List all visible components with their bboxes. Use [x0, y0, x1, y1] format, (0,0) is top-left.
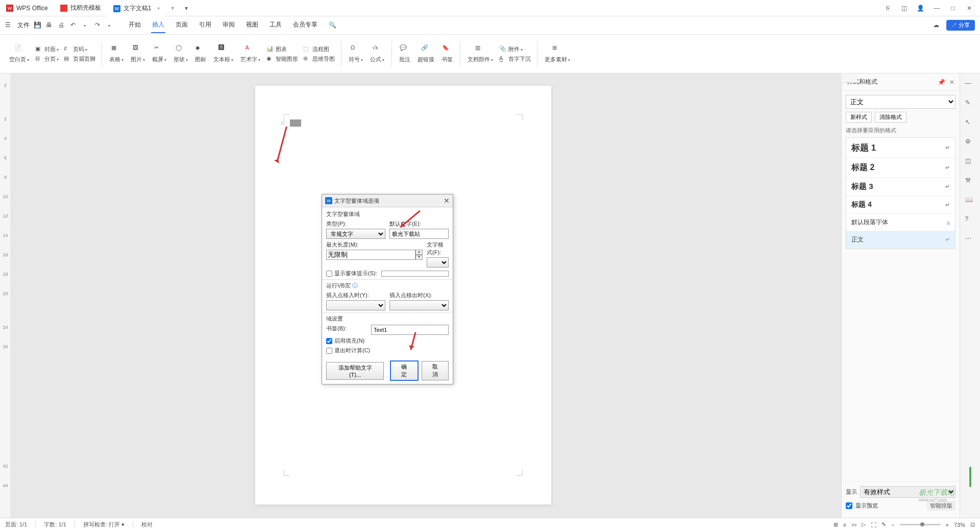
tab-add-button[interactable]: + [166, 5, 180, 12]
tab-close-icon[interactable]: • [157, 5, 159, 12]
icon-button[interactable]: ◆图标 [192, 43, 209, 64]
print-icon[interactable]: 🖶 [46, 21, 54, 30]
menu-tab-0[interactable]: 开始 [128, 17, 142, 33]
header-footer-button[interactable]: ▤页眉页脚 [62, 55, 97, 63]
layers-icon[interactable]: ◫ [965, 157, 975, 167]
chart-button[interactable]: 📊图表 [264, 45, 300, 54]
page-status[interactable]: 页面: 1/1 [5, 521, 27, 528]
tab-menu-button[interactable]: ▾ [180, 5, 193, 12]
dialog-close-button[interactable]: ✕ [444, 197, 450, 205]
ok-button[interactable]: 确定 [390, 360, 418, 381]
tab-document[interactable]: W 文字文稿1 • [107, 0, 166, 16]
view-read-icon[interactable]: ▷ [862, 521, 866, 528]
cover-button[interactable]: ▣封面 [33, 45, 61, 54]
fit-icon[interactable]: ⊡ [970, 521, 975, 528]
flowchart-button[interactable]: ⬚流程图 [301, 45, 337, 54]
equation-button[interactable]: √x公式 [367, 43, 387, 64]
bookmark-button[interactable]: 🔖书签 [438, 43, 456, 64]
default-text-input[interactable] [389, 229, 449, 239]
document-area[interactable]: ⁝⁝ W 文字型窗体域选项 ✕ 文字型窗体域 类型(P): 常规文字 默认文字 [11, 74, 841, 518]
help-text-button[interactable]: 添加帮助文字(T)... [326, 362, 384, 380]
attachment-button[interactable]: 📎附件 [497, 45, 533, 54]
redo-icon[interactable]: ↷ [95, 21, 103, 30]
minimize-button[interactable]: — [932, 4, 941, 13]
cube-icon[interactable]: ◫ [899, 4, 909, 13]
tab-template[interactable]: 找稻壳模板 [54, 0, 107, 16]
view-outline-icon[interactable]: ≡ [843, 522, 846, 528]
symbol-button[interactable]: Ω符号 [346, 43, 366, 64]
view-web-icon[interactable]: ▭ [851, 521, 856, 528]
clear-format-button[interactable]: 清除格式 [875, 112, 906, 123]
zoom-in-button[interactable]: + [946, 522, 949, 528]
menu-tab-2[interactable]: 页面 [175, 17, 189, 33]
cancel-button[interactable]: 取消 [422, 361, 449, 380]
search-icon[interactable]: 🔍 [329, 21, 337, 30]
reading-mode-icon[interactable]: ⎘ [883, 4, 892, 13]
more-icon[interactable]: ⋯ [965, 235, 975, 245]
style-item[interactable]: 标题 1↵ [846, 138, 955, 158]
tab-wps[interactable]: W WPS Office [0, 0, 54, 16]
book-icon[interactable]: 📖 [965, 196, 975, 206]
bookmark-input[interactable] [371, 325, 449, 335]
maxlen-spinner[interactable]: ▲▼ [326, 250, 423, 260]
file-menu[interactable]: 文件 [17, 21, 30, 30]
menu-tab-6[interactable]: 工具 [268, 17, 283, 33]
entry-macro-select[interactable] [326, 300, 385, 310]
menu-tab-4[interactable]: 审阅 [222, 17, 236, 33]
spinner-down[interactable]: ▼ [415, 255, 423, 260]
panel-close-icon[interactable]: ✕ [949, 79, 954, 86]
current-style-select[interactable]: 正文 [846, 95, 955, 109]
picture-button[interactable]: 🖼图片 [128, 43, 148, 64]
screenshot-button[interactable]: ✂截屏 [149, 43, 169, 64]
menu-tab-1[interactable]: 插入 [151, 17, 165, 33]
close-button[interactable]: ✕ [965, 4, 974, 13]
select-icon[interactable]: ↖ [965, 118, 975, 129]
help-icon[interactable]: ? [965, 215, 975, 226]
menu-tab-5[interactable]: 视图 [245, 17, 259, 33]
mindmap-button[interactable]: ⊛思维导图 [301, 55, 337, 63]
word-count[interactable]: 字数: 1/1 [44, 521, 66, 528]
type-select[interactable]: 常规文字 [326, 229, 385, 239]
docparts-button[interactable]: ▥文档部件 [464, 43, 496, 64]
view-fullscreen-icon[interactable]: ⛶ [871, 522, 876, 528]
spell-check-status[interactable]: 拼写检查: 打开 ▾ [83, 521, 125, 528]
edit-icon[interactable]: ✎ [965, 99, 975, 109]
pin-icon[interactable]: 📌 [938, 79, 945, 86]
dropcap-button[interactable]: A̲首字下沉 [497, 55, 533, 63]
menu-tab-3[interactable]: 引用 [198, 17, 212, 33]
shape-button[interactable]: ◯形状 [170, 43, 191, 64]
view-grid-icon[interactable]: ⊞ [834, 521, 838, 528]
tools-icon[interactable]: ⚒ [965, 177, 975, 187]
redo-dropdown[interactable] [107, 21, 115, 30]
avatar-icon[interactable]: 👤 [916, 4, 925, 13]
save-icon[interactable]: 💾 [34, 21, 42, 30]
maxlen-input[interactable] [326, 250, 415, 260]
comment-button[interactable]: 💬批注 [396, 43, 413, 64]
zoom-slider[interactable] [900, 524, 941, 525]
spinner-up[interactable]: ▲ [415, 250, 423, 255]
zoom-out-button[interactable]: − [891, 522, 894, 528]
menu-icon[interactable]: ☰ [5, 21, 13, 30]
style-item[interactable]: 默认段落字体a [846, 214, 955, 231]
maximize-button[interactable]: □ [948, 4, 958, 13]
hyperlink-button[interactable]: 🔗超链接 [414, 43, 437, 64]
print-preview-icon[interactable]: 🖨 [58, 21, 66, 30]
style-item[interactable]: 标题 2↵ [846, 158, 955, 178]
zoom-level[interactable]: 73% [954, 522, 965, 528]
collapse-icon[interactable]: — [965, 80, 975, 90]
style-item[interactable]: 标题 3↵ [846, 178, 955, 196]
cloud-icon[interactable]: ☁ [933, 21, 941, 30]
menu-tab-7[interactable]: 会员专享 [292, 17, 318, 33]
settings-icon[interactable]: ⚙ [965, 138, 975, 148]
more-resources-button[interactable]: ⊞更多素材 [542, 43, 573, 64]
view-tool-icon[interactable]: ✎ [881, 521, 886, 528]
show-prompt-checkbox[interactable] [326, 271, 332, 277]
proof-status[interactable]: 校对 [141, 521, 153, 528]
enable-fill-checkbox[interactable] [326, 338, 332, 344]
undo-icon[interactable]: ↶ [70, 21, 79, 30]
style-item[interactable]: 标题 4↵ [846, 196, 955, 214]
exit-macro-select[interactable] [389, 300, 449, 310]
page-number-button[interactable]: #页码 [62, 45, 97, 54]
calc-exit-checkbox[interactable] [326, 348, 332, 354]
page-break-button[interactable]: ⊟分页 [33, 55, 61, 63]
